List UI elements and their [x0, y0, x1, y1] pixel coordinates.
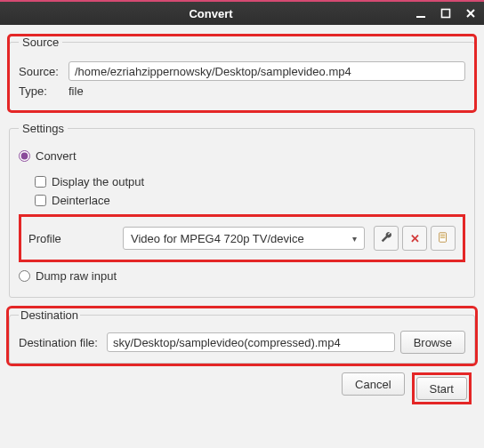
profile-dropdown[interactable]: Video for MPEG4 720p TV/device ▾: [123, 227, 365, 250]
svg-rect-1: [442, 10, 450, 18]
profile-selected: Video for MPEG4 720p TV/device: [131, 232, 304, 245]
wrench-icon: [380, 231, 392, 246]
deinterlace-label: Deinterlace: [52, 194, 110, 207]
window-controls: [415, 7, 477, 20]
source-legend: Source: [19, 36, 62, 49]
svg-rect-5: [440, 234, 445, 235]
deinterlace-row[interactable]: Deinterlace: [35, 194, 465, 207]
delete-profile-button[interactable]: ✕: [402, 226, 427, 251]
window-title: Convert: [7, 7, 415, 20]
dump-radio[interactable]: [19, 270, 30, 282]
start-highlight: Start: [412, 372, 472, 404]
chevron-down-icon: ▾: [352, 234, 357, 244]
convert-radio-row[interactable]: Convert: [19, 149, 465, 163]
titlebar: Convert: [0, 0, 484, 25]
svg-rect-0: [416, 16, 425, 18]
browse-button[interactable]: Browse: [400, 331, 465, 354]
source-label: Source:: [19, 65, 69, 78]
destination-legend: Destination: [19, 308, 80, 322]
svg-rect-6: [440, 236, 445, 236]
dump-radio-row[interactable]: Dump raw input: [19, 269, 465, 283]
profile-label: Profile: [28, 232, 123, 245]
cancel-button[interactable]: Cancel: [342, 372, 404, 396]
dialog-content: Source Source: Type: file Settings Conve…: [0, 25, 484, 412]
destination-file-label: Destination file:: [19, 336, 98, 349]
display-output-row[interactable]: Display the output: [35, 175, 465, 188]
destination-input[interactable]: [107, 332, 395, 352]
svg-rect-7: [440, 237, 445, 238]
profile-row: Profile Video for MPEG4 720p TV/device ▾…: [19, 214, 465, 262]
deinterlace-checkbox[interactable]: [35, 195, 46, 206]
source-group: Source Source: Type: file: [9, 36, 475, 111]
display-output-checkbox[interactable]: [35, 176, 46, 188]
destination-group: Destination Destination file: Browse: [9, 308, 475, 364]
display-output-label: Display the output: [52, 175, 144, 188]
close-button[interactable]: [464, 7, 477, 20]
x-icon: ✕: [410, 232, 420, 245]
new-file-icon: [437, 231, 449, 246]
edit-profile-button[interactable]: [374, 226, 399, 251]
convert-radio[interactable]: [19, 150, 30, 162]
convert-radio-label: Convert: [36, 149, 77, 163]
settings-group: Settings Convert Display the output Dein…: [9, 122, 475, 298]
maximize-button[interactable]: [440, 7, 452, 20]
convert-dialog: Convert Source Source: Type: file: [0, 0, 484, 448]
start-button[interactable]: Start: [416, 377, 467, 400]
settings-legend: Settings: [19, 122, 68, 135]
new-profile-button[interactable]: [431, 226, 456, 251]
minimize-button[interactable]: [415, 7, 427, 20]
type-label: Type:: [19, 84, 69, 98]
type-value: file: [69, 84, 84, 98]
source-input[interactable]: [69, 61, 465, 81]
dump-radio-label: Dump raw input: [36, 269, 117, 283]
dialog-footer: Cancel Start: [9, 372, 475, 404]
